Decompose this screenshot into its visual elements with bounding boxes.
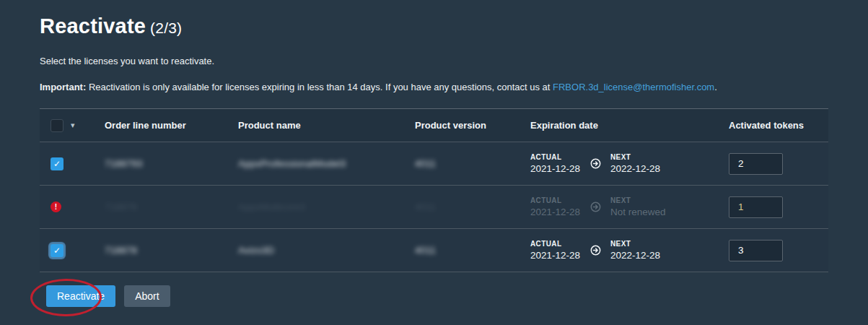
- abort-button[interactable]: Abort: [124, 285, 170, 307]
- actual-label: ACTUAL: [530, 153, 581, 161]
- actual-expiration: ACTUAL 2021-12-28: [530, 196, 581, 217]
- header-product-version: Product version: [415, 120, 530, 131]
- select-all-cell: ▾: [40, 119, 105, 132]
- step-indicator: (2/3): [150, 20, 182, 36]
- product-name-value: AppxMulticore3: [238, 202, 415, 212]
- actual-date: 2021-12-28: [530, 207, 581, 217]
- order-line-value: 718878: [105, 245, 238, 256]
- table-row: ✓ 718878 Avizo3D 4011 ACTUAL 2021-12-28 …: [40, 229, 828, 272]
- activated-tokens-input[interactable]: [729, 240, 783, 261]
- tokens-cell: [729, 153, 828, 175]
- page-title: Reactivate(2/3): [40, 14, 828, 38]
- table-header-row: ▾ Order line number Product name Product…: [40, 109, 828, 142]
- important-note: Important: Reactivation is only availabl…: [40, 82, 828, 92]
- important-suffix: .: [714, 82, 717, 92]
- reactivate-button[interactable]: Reactivate: [46, 285, 115, 307]
- row-checkbox[interactable]: ✓: [51, 244, 63, 257]
- expiration-cell: ACTUAL 2021-12-28 NEXT 2022-12-28: [530, 240, 729, 261]
- arrow-right-circle-icon: [590, 202, 601, 212]
- important-text: Reactivation is only available for licen…: [86, 82, 553, 92]
- next-status: Not renewed: [610, 207, 666, 217]
- next-expiration: NEXT Not renewed: [610, 196, 666, 217]
- page-title-text: Reactivate: [40, 14, 146, 38]
- subtitle-text: Select the licenses you want to reactiva…: [40, 56, 828, 66]
- next-expiration: NEXT 2022-12-28: [610, 153, 661, 174]
- next-label: NEXT: [610, 240, 661, 248]
- table-row: ✓ 7188793 AppxProfessionalModel3 4011 AC…: [40, 142, 828, 186]
- header-order-line: Order line number: [105, 120, 238, 131]
- next-expiration: NEXT 2022-12-28: [610, 240, 661, 261]
- order-line-value: 718876: [105, 202, 238, 212]
- order-line-value: 7188793: [105, 158, 238, 169]
- select-all-checkbox[interactable]: [51, 119, 63, 132]
- product-name-value: AppxProfessionalModel3: [238, 158, 415, 169]
- tokens-cell: [729, 240, 828, 261]
- arrow-right-circle-icon: [590, 158, 601, 169]
- important-label: Important:: [40, 82, 86, 92]
- product-version-value: 4011: [415, 158, 530, 169]
- header-product-name: Product name: [238, 120, 415, 131]
- actual-expiration: ACTUAL 2021-12-28: [530, 240, 581, 261]
- actual-date: 2021-12-28: [530, 250, 581, 261]
- product-version-value: 4011: [415, 245, 530, 256]
- table-row: ! 718876 AppxMulticore3 4011 ACTUAL 2021…: [40, 186, 828, 229]
- next-label: NEXT: [610, 153, 661, 161]
- check-icon: ✓: [53, 160, 61, 168]
- header-expiration-date: Expiration date: [530, 120, 729, 131]
- check-icon: ✓: [53, 246, 61, 255]
- tokens-cell: [729, 196, 828, 218]
- expiration-cell: ACTUAL 2021-12-28 NEXT Not renewed: [530, 196, 729, 217]
- reactivate-page: Reactivate(2/3) Select the licenses you …: [0, 0, 868, 307]
- product-version-value: 4011: [415, 202, 530, 212]
- next-date: 2022-12-28: [610, 250, 661, 261]
- activated-tokens-input[interactable]: [729, 196, 783, 218]
- row-checkbox[interactable]: ✓: [51, 157, 63, 170]
- row-select-cell: !: [40, 202, 105, 212]
- contact-email-link[interactable]: FRBOR.3d_license@thermofisher.com: [553, 82, 714, 92]
- header-activated-tokens: Activated tokens: [729, 120, 828, 131]
- actual-label: ACTUAL: [530, 196, 581, 204]
- error-icon: !: [51, 202, 61, 212]
- arrow-right-circle-icon: [590, 245, 601, 256]
- actual-label: ACTUAL: [530, 240, 581, 248]
- row-select-cell: ✓: [40, 157, 105, 170]
- product-name-value: Avizo3D: [238, 245, 415, 256]
- actual-date: 2021-12-28: [530, 163, 581, 174]
- expiration-cell: ACTUAL 2021-12-28 NEXT 2022-12-28: [530, 153, 729, 174]
- activated-tokens-input[interactable]: [729, 153, 783, 175]
- chevron-down-icon[interactable]: ▾: [71, 121, 75, 130]
- licenses-table: ▾ Order line number Product name Product…: [40, 108, 828, 272]
- row-select-cell: ✓: [40, 244, 105, 257]
- actual-expiration: ACTUAL 2021-12-28: [530, 153, 581, 174]
- next-date: 2022-12-28: [610, 163, 661, 174]
- action-buttons: Reactivate Abort: [46, 285, 170, 307]
- next-label: NEXT: [610, 196, 666, 204]
